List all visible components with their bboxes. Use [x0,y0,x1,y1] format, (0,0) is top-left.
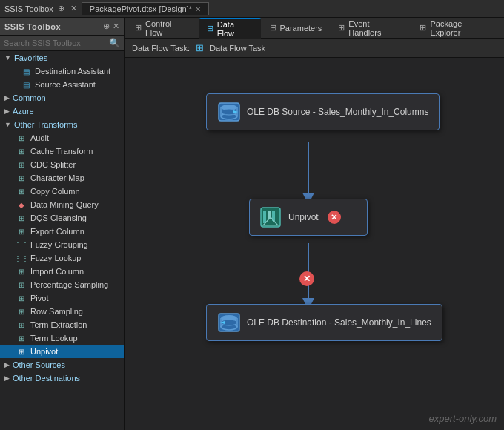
cache-transform-icon: ⊞ [16,146,27,156]
row-sampling-icon: ⊞ [16,306,27,317]
item-label-fuzzy-grouping: Fuzzy Grouping [30,240,88,249]
item-percentage-sampling[interactable]: ⊞ Percentage Sampling [0,278,124,291]
item-pivot[interactable]: ⊞ Pivot [0,291,124,305]
item-label-audit: Audit [30,133,49,142]
dest-node-label: OLE DB Destination - Sales_Monthly_In_Li… [247,317,431,328]
item-data-mining-query[interactable]: ◆ Data Mining Query [0,198,124,211]
percentage-sampling-icon: ⊞ [16,280,27,290]
data-flow-icon: ⊞ [207,24,213,33]
node-ole-db-destination[interactable]: OLE DB Destination - Sales_Monthly_In_Li… [206,304,442,341]
pin-icon[interactable]: ⊕ [58,4,64,13]
tab-package-explorer[interactable]: ⊞ Package Explorer [412,18,501,39]
data-mining-icon: ◆ [16,199,27,210]
unpivot-node-icon [259,205,282,229]
task-name: Data Flow Task [210,44,265,53]
item-label-data-mining: Data Mining Query [30,200,99,209]
control-flow-icon: ⊞ [135,23,142,33]
design-tab[interactable]: PackagePivot.dtsx [Design]* ✕ [82,2,209,15]
character-map-icon: ⊞ [16,173,27,183]
destination-node-icon [217,311,241,334]
tab-label-control-flow: Control Flow [145,19,190,37]
item-label-fuzzy-lookup: Fuzzy Lookup [30,254,81,262]
triangle-icon-favorites: ▼ [4,54,11,62]
dest-assistant-icon: ▤ [21,66,31,76]
watermark: expert-only.com [428,413,497,424]
item-label-pivot: Pivot [30,294,48,302]
unpivot-node-label: Unpivot [288,212,319,222]
item-fuzzy-grouping[interactable]: ⋮⋮ Fuzzy Grouping [0,238,124,251]
item-term-extraction[interactable]: ⊞ Term Extraction [0,318,124,331]
term-lookup-icon: ⊞ [16,333,27,343]
search-input[interactable] [4,39,106,47]
item-label-import-column: Import Column [30,267,84,276]
toolbox-header-icons: ⊕ ✕ [103,22,119,31]
section-label-destinations: Other Destinations [13,374,80,383]
fuzzy-lookup-icon: ⋮⋮ [16,253,27,263]
item-label-src-assistant: Source Assistant [35,80,96,89]
item-destination-assistant[interactable]: ▤ Destination Assistant [0,64,124,78]
pin-header-icon[interactable]: ⊕ [103,22,110,31]
item-label-export-column: Export Column [30,227,84,236]
section-label-favorites: Favorites [14,53,47,62]
pivot-icon: ⊞ [16,293,27,303]
item-dqs-cleansing[interactable]: ⊞ DQS Cleansing [0,211,124,225]
triangle-icon-common: ▶ [4,94,10,102]
main-layout: SSIS Toolbox ⊕ ✕ 🔍 ▼ Favorites ▤ Destina… [0,18,504,430]
tab-close-icon[interactable]: ✕ [195,5,201,13]
item-row-sampling[interactable]: ⊞ Row Sampling [0,305,124,318]
section-common[interactable]: ▶ Common [0,91,124,105]
toolbox-body: ▼ Favorites ▤ Destination Assistant ▤ So… [0,51,124,430]
toolbox-search-bar[interactable]: 🔍 [0,36,124,51]
item-import-column[interactable]: ⊞ Import Column [0,265,124,278]
item-export-column[interactable]: ⊞ Export Column [0,225,124,238]
item-label-copy-column: Copy Column [30,187,80,196]
item-term-lookup[interactable]: ⊞ Term Lookup [0,331,124,345]
search-icon: 🔍 [109,38,120,48]
tab-event-handlers[interactable]: ⊞ Event Handlers [331,18,411,39]
item-cdc-splitter[interactable]: ⊞ CDC Splitter [0,158,124,171]
section-other-destinations[interactable]: ▶ Other Destinations [0,371,124,385]
item-source-assistant[interactable]: ▤ Source Assistant [0,78,124,91]
item-label-character-map: Character Map [30,173,84,182]
close-icon[interactable]: ✕ [70,4,77,13]
toolbox-sidebar: SSIS Toolbox ⊕ ✕ 🔍 ▼ Favorites ▤ Destina… [0,18,125,430]
item-cache-transform[interactable]: ⊞ Cache Transform [0,145,124,158]
toolbox-title: SSIS Toolbox [4,4,53,13]
item-unpivot[interactable]: ⊞ Unpivot [0,345,124,358]
tab-parameters[interactable]: ⊞ Parameters [262,18,330,39]
right-panel: ⊞ Control Flow ⊞ Data Flow ⊞ Parameters … [125,18,504,430]
item-label-cdc-splitter: CDC Splitter [30,160,76,169]
tab-label-data-flow: Data Flow [217,20,253,38]
item-copy-column[interactable]: ⊞ Copy Column [0,185,124,198]
design-canvas[interactable]: OLE DB Source - Sales_Monthly_In_Columns… [125,58,504,430]
audit-icon: ⊞ [16,133,27,143]
section-other-sources[interactable]: ▶ Other Sources [0,358,124,371]
src-assistant-icon: ▤ [21,79,31,90]
parameters-icon: ⊞ [270,23,276,33]
source-node-label: OLE DB Source - Sales_Monthly_In_Columns [247,107,428,117]
top-tabs-bar: ⊞ Control Flow ⊞ Data Flow ⊞ Parameters … [125,18,504,39]
node-ole-db-source[interactable]: OLE DB Source - Sales_Monthly_In_Columns [206,93,440,130]
close-header-icon[interactable]: ✕ [113,22,119,31]
item-fuzzy-lookup[interactable]: ⋮⋮ Fuzzy Lookup [0,251,124,265]
section-label-transforms: Other Transforms [14,120,78,129]
toolbox-header-text: SSIS Toolbox [4,22,61,31]
section-favorites[interactable]: ▼ Favorites [0,51,124,64]
item-audit[interactable]: ⊞ Audit [0,131,124,145]
cdc-splitter-icon: ⊞ [16,159,27,170]
task-icon: ⊞ [196,42,204,53]
source-node-icon [217,100,241,124]
section-azure[interactable]: ▶ Azure [0,105,124,118]
tab-label-event-handlers: Event Handlers [348,19,403,37]
tab-control-flow[interactable]: ⊞ Control Flow [127,18,198,39]
connector-error-badge: ✕ [299,271,314,286]
section-other-transforms[interactable]: ▼ Other Transforms [0,118,124,131]
item-character-map[interactable]: ⊞ Character Map [0,171,124,185]
section-label-common: Common [13,93,46,102]
import-column-icon: ⊞ [16,266,27,277]
package-explorer-icon: ⊞ [420,23,426,33]
item-label-dest-assistant: Destination Assistant [35,67,110,76]
node-unpivot[interactable]: Unpivot ✕ [249,199,368,236]
tab-data-flow[interactable]: ⊞ Data Flow [199,18,261,39]
svg-rect-10 [263,211,266,223]
